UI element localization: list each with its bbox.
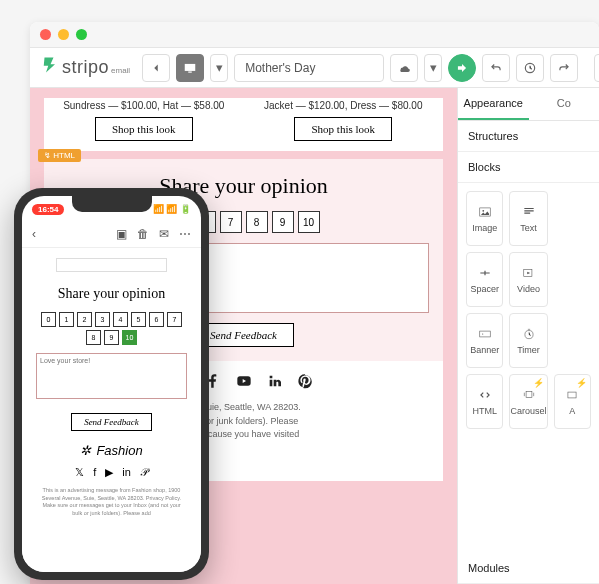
phone-opinion-heading: Share your opinion	[36, 286, 187, 302]
block-label: HTML	[472, 406, 497, 416]
cloud-button[interactable]	[390, 54, 418, 82]
phone-rating-option[interactable]: 3	[95, 312, 110, 327]
youtube-icon[interactable]	[235, 373, 253, 393]
phone-feedback-input[interactable]	[36, 353, 187, 399]
block-carousel[interactable]: ⚡Carousel	[509, 374, 547, 429]
desktop-view-button[interactable]	[176, 54, 204, 82]
shop-button[interactable]: Shop this look	[294, 117, 392, 141]
window-maximize[interactable]	[76, 29, 87, 40]
phone-rating-option[interactable]: 5	[131, 312, 146, 327]
block-image[interactable]: Image	[466, 191, 503, 246]
code-button[interactable]	[594, 54, 599, 82]
html-badge: ↯ HTML	[38, 149, 81, 162]
rating-option[interactable]: 9	[272, 211, 294, 233]
window-close[interactable]	[40, 29, 51, 40]
phone-back-icon[interactable]: ‹	[32, 227, 36, 241]
twitter-icon[interactable]: 𝕏	[75, 466, 84, 479]
svg-rect-0	[185, 63, 196, 70]
window-minimize[interactable]	[58, 29, 69, 40]
phone-trash-icon[interactable]: 🗑	[137, 227, 149, 241]
redo-button[interactable]	[550, 54, 578, 82]
block-label: Spacer	[470, 284, 499, 294]
brand-icon: ✲	[80, 443, 91, 458]
tab-appearance[interactable]: Appearance	[458, 88, 529, 120]
file-name-label: Mother's Day	[245, 61, 315, 75]
block-label: Image	[472, 223, 497, 233]
phone-mail-icon[interactable]: ✉	[159, 227, 169, 241]
product-block: Sundress — $100.00, Hat — $58.00 Shop th…	[54, 100, 234, 141]
block-label: A	[569, 406, 575, 416]
rating-option[interactable]: 7	[220, 211, 242, 233]
phone-rating-option[interactable]: 1	[59, 312, 74, 327]
rating-option[interactable]: 10	[298, 211, 320, 233]
facebook-icon[interactable]: f	[93, 466, 96, 479]
svg-rect-13	[568, 392, 576, 398]
tab-content[interactable]: Co	[529, 88, 600, 120]
phone-rating-option[interactable]: 6	[149, 312, 164, 327]
rating-option[interactable]: 8	[246, 211, 268, 233]
undo-button[interactable]	[482, 54, 510, 82]
phone-rating-option[interactable]: 10	[122, 330, 137, 345]
phone-archive-icon[interactable]: ▣	[116, 227, 127, 241]
block-video[interactable]: Video	[509, 252, 547, 307]
pinterest-icon[interactable]: 𝒫	[140, 466, 148, 479]
phone-time: 16:54	[32, 204, 64, 215]
history-button[interactable]	[516, 54, 544, 82]
phone-rating-option[interactable]: 0	[41, 312, 56, 327]
block-label: Text	[520, 223, 537, 233]
phone-rating-option[interactable]: 7	[167, 312, 182, 327]
product-title: Jacket — $120.00, Dress — $80.00	[254, 100, 434, 111]
youtube-icon[interactable]: ▶	[105, 466, 113, 479]
main-toolbar: stripo email ▾ Mother's Day ▾	[30, 48, 599, 88]
phone-send-button[interactable]: Send Feedback	[71, 413, 152, 431]
phone-shop-button[interactable]	[56, 258, 167, 272]
product-block: Jacket — $120.00, Dress — $80.00 Shop th…	[254, 100, 434, 141]
svg-rect-1	[188, 71, 192, 72]
block-html[interactable]: HTML	[466, 374, 503, 429]
block-banner[interactable]: Banner	[466, 313, 503, 368]
bolt-icon: ⚡	[576, 378, 587, 388]
block-timer[interactable]: Timer	[509, 313, 547, 368]
block-label: Carousel	[510, 406, 546, 416]
block-text[interactable]: Text	[509, 191, 547, 246]
cloud-dropdown[interactable]: ▾	[424, 54, 442, 82]
logo: stripo email	[40, 56, 130, 79]
block-amp[interactable]: ⚡A	[554, 374, 591, 429]
phone-notch	[72, 196, 152, 212]
file-name-select[interactable]: Mother's Day	[234, 54, 384, 82]
logo-icon	[40, 56, 58, 79]
section-modules[interactable]: Modules	[458, 553, 599, 584]
phone-preview: 16:54 📶 📶 🔋 ‹ ▣ 🗑 ✉ ⋯ Share your opinion…	[14, 188, 209, 580]
linkedin-icon[interactable]: in	[122, 466, 131, 479]
section-structures[interactable]: Structures	[458, 121, 599, 152]
phone-rating-option[interactable]: 2	[77, 312, 92, 327]
phone-rating-option[interactable]: 4	[113, 312, 128, 327]
logo-text: stripo	[62, 57, 109, 78]
svg-rect-12	[526, 391, 532, 397]
phone-footer-text: This is an advertising message from Fash…	[36, 487, 187, 518]
status-icons: 📶 📶 🔋	[153, 204, 191, 214]
sidebar: Appearance Co Structures Blocks Image Te…	[457, 88, 599, 584]
linkedin-icon[interactable]	[267, 373, 283, 393]
export-button[interactable]	[448, 54, 476, 82]
logo-sub: email	[111, 66, 130, 75]
block-label: Timer	[517, 345, 540, 355]
svg-rect-9	[479, 331, 490, 337]
product-title: Sundress — $100.00, Hat — $58.00	[54, 100, 234, 111]
svg-point-10	[482, 333, 483, 334]
block-spacer[interactable]: Spacer	[466, 252, 503, 307]
phone-rating-option[interactable]: 8	[86, 330, 101, 345]
pinterest-icon[interactable]	[297, 373, 313, 393]
phone-rating-option[interactable]: 9	[104, 330, 119, 345]
brand-label: Fashion	[96, 443, 142, 458]
phone-brand: ✲ Fashion	[36, 443, 187, 458]
block-label: Banner	[470, 345, 499, 355]
section-blocks[interactable]: Blocks	[458, 152, 599, 183]
phone-more-icon[interactable]: ⋯	[179, 227, 191, 241]
block-label: Video	[517, 284, 540, 294]
svg-point-7	[482, 209, 484, 211]
back-button[interactable]	[142, 54, 170, 82]
view-dropdown[interactable]: ▾	[210, 54, 228, 82]
bolt-icon: ⚡	[533, 378, 544, 388]
shop-button[interactable]: Shop this look	[95, 117, 193, 141]
